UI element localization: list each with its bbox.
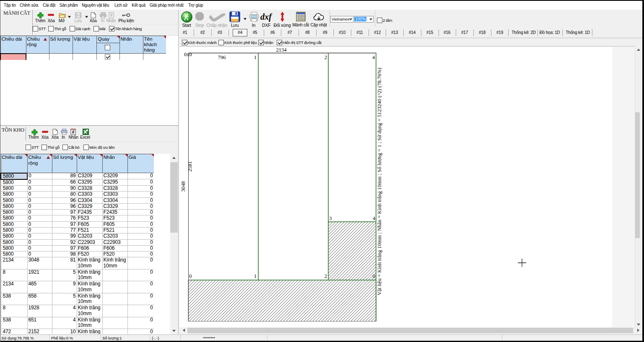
- svg-text:1: 1: [254, 54, 257, 60]
- svg-text:4: 4: [373, 215, 376, 221]
- svg-text:3: 3: [329, 215, 332, 221]
- svg-text:2581: 2581: [187, 161, 193, 172]
- svg-text:0: 0: [189, 273, 192, 279]
- svg-text:3048: 3048: [180, 181, 186, 192]
- svg-text:2134: 2134: [276, 47, 287, 53]
- svg-text:#: #: [72, 130, 74, 135]
- svg-text:0x0: 0x0: [184, 52, 192, 57]
- svg-text:796: 796: [218, 54, 226, 60]
- svg-text:0: 0: [373, 273, 375, 279]
- svg-text:Vật liệu = Kính trắng 10mm ; N: Vật liệu = Kính trắng 10mm ; Nhãn = Kính…: [377, 68, 382, 295]
- svg-text:#: #: [110, 13, 113, 18]
- svg-text:2: 2: [325, 54, 327, 60]
- svg-text:4: 4: [372, 54, 375, 60]
- svg-text:1: 1: [254, 273, 257, 279]
- svg-text:2: 2: [325, 273, 327, 279]
